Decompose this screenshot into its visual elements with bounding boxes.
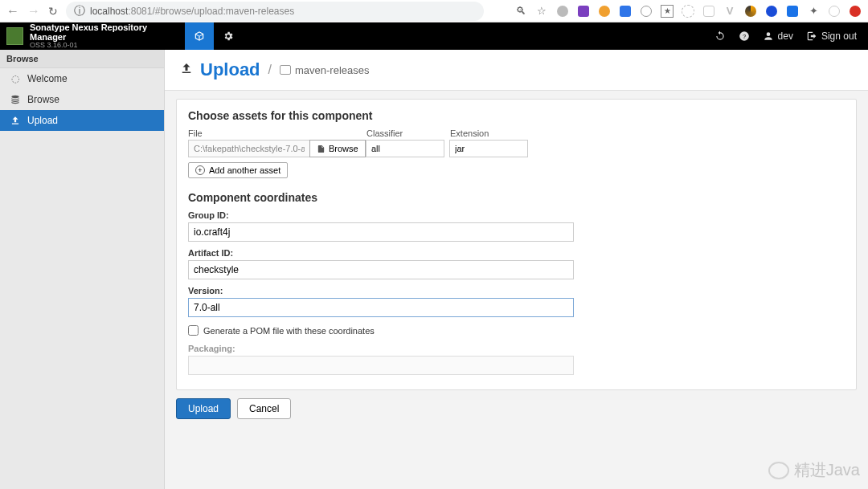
product-name: Sonatype Nexus Repository Manager xyxy=(30,22,178,42)
ext-icon[interactable] xyxy=(828,5,841,18)
cancel-button[interactable]: Cancel xyxy=(237,398,291,419)
ext-icon[interactable] xyxy=(786,5,799,18)
plus-icon: + xyxy=(195,165,205,175)
help-button[interactable]: ? xyxy=(739,31,750,42)
reload-icon[interactable]: ↻ xyxy=(48,5,58,18)
breadcrumb-repo: maven-releases xyxy=(280,64,370,76)
sidebar: Browse ◌ Welcome Browse Upload xyxy=(0,50,165,489)
ext-icon[interactable] xyxy=(556,5,569,18)
refresh-icon xyxy=(714,31,726,42)
column-file: File xyxy=(188,128,362,138)
repo-icon xyxy=(280,65,291,75)
signout-icon xyxy=(806,31,817,42)
upload-icon xyxy=(10,115,21,126)
ext-icon[interactable] xyxy=(765,5,778,18)
artifact-id-input[interactable] xyxy=(188,260,574,279)
database-icon xyxy=(10,94,21,105)
version-label: Version: xyxy=(188,286,845,295)
group-id-field: Group ID: xyxy=(188,210,845,242)
admin-mode-button[interactable] xyxy=(214,22,243,50)
coords-heading: Component coordinates xyxy=(188,191,845,204)
search-omnibox-icon[interactable]: 🔍︎ xyxy=(514,5,527,18)
ext-icon[interactable] xyxy=(619,5,632,18)
user-menu[interactable]: dev xyxy=(763,31,793,42)
version-input[interactable] xyxy=(188,298,574,317)
sidebar-item-welcome[interactable]: ◌ Welcome xyxy=(0,68,164,89)
brand: Sonatype Nexus Repository Manager OSS 3.… xyxy=(0,22,185,50)
url-text: localhost:8081/#browse/upload:maven-rele… xyxy=(90,6,294,17)
extension-input[interactable] xyxy=(449,140,528,157)
repo-name: maven-releases xyxy=(295,64,370,76)
ext-icon[interactable] xyxy=(640,5,653,18)
packaging-input xyxy=(188,356,574,375)
group-id-label: Group ID: xyxy=(188,210,845,220)
browse-button[interactable]: Browse xyxy=(309,140,366,157)
ext-icon[interactable] xyxy=(702,5,715,18)
add-asset-label: Add another asset xyxy=(209,165,280,175)
username: dev xyxy=(778,31,793,42)
sidebar-heading: Browse xyxy=(0,50,164,68)
signout-button[interactable]: Sign out xyxy=(806,31,857,42)
site-info-icon[interactable]: ⓘ xyxy=(74,4,85,18)
ext-icon[interactable] xyxy=(682,5,694,18)
add-asset-button[interactable]: + Add another asset xyxy=(188,162,288,178)
generate-pom-label: Generate a POM file with these coordinat… xyxy=(203,326,375,336)
generate-pom-checkbox[interactable] xyxy=(188,325,199,336)
page-title-bar: Upload / maven-releases xyxy=(165,50,868,91)
help-icon: ? xyxy=(739,31,750,42)
back-icon[interactable]: ← xyxy=(6,4,19,18)
breadcrumb-separator: / xyxy=(268,63,272,77)
brand-logo xyxy=(6,27,23,45)
ext-icon[interactable] xyxy=(598,5,611,18)
gear-icon xyxy=(223,31,234,42)
column-classifier: Classifier xyxy=(366,128,445,138)
upload-button[interactable]: Upload xyxy=(176,398,231,419)
chrome-toolbar-icons: 🔍︎ ☆ ★ V ✦ xyxy=(514,5,862,18)
file-picker: Browse xyxy=(188,140,361,157)
bookmark-star-icon[interactable]: ☆ xyxy=(535,5,548,18)
form-actions: Upload Cancel xyxy=(176,398,857,419)
app-header: Sonatype Nexus Repository Manager OSS 3.… xyxy=(0,22,868,50)
assets-heading: Choose assets for this component xyxy=(188,109,845,122)
file-path-display xyxy=(188,140,309,157)
welcome-icon: ◌ xyxy=(10,73,21,84)
artifact-id-label: Artifact ID: xyxy=(188,248,845,258)
browser-chrome: ← → ↻ ⓘ localhost:8081/#browse/upload:ma… xyxy=(0,0,868,22)
sidebar-item-browse[interactable]: Browse xyxy=(0,89,164,110)
column-extension: Extension xyxy=(450,128,529,138)
ext-icon[interactable] xyxy=(744,5,757,18)
upload-panel: Choose assets for this component File Cl… xyxy=(176,99,857,390)
extensions-puzzle-icon[interactable]: ✦ xyxy=(807,5,820,18)
browse-label: Browse xyxy=(329,144,358,153)
user-icon xyxy=(763,31,774,42)
version-field: Version: xyxy=(188,286,845,317)
sidebar-item-label: Welcome xyxy=(27,73,68,84)
classifier-input[interactable] xyxy=(366,140,444,157)
artifact-id-field: Artifact ID: xyxy=(188,248,845,279)
file-icon xyxy=(317,145,326,153)
asset-row: Browse xyxy=(188,140,845,157)
signout-label: Sign out xyxy=(821,31,857,42)
browse-mode-button[interactable] xyxy=(185,22,214,50)
main-content: Upload / maven-releases Choose assets fo… xyxy=(165,50,868,489)
ext-icon[interactable] xyxy=(577,5,590,18)
ext-icon[interactable] xyxy=(849,5,862,18)
forward-icon[interactable]: → xyxy=(27,4,40,18)
address-bar[interactable]: ⓘ localhost:8081/#browse/upload:maven-re… xyxy=(66,2,484,21)
packaging-label: Packaging: xyxy=(188,344,845,353)
svg-text:?: ? xyxy=(742,33,745,40)
generate-pom-row: Generate a POM file with these coordinat… xyxy=(188,325,845,336)
sidebar-item-label: Upload xyxy=(27,115,58,126)
group-id-input[interactable] xyxy=(188,222,574,242)
product-version: OSS 3.16.0-01 xyxy=(30,42,178,50)
sidebar-item-upload[interactable]: Upload xyxy=(0,110,164,131)
ext-icon[interactable]: ★ xyxy=(661,5,674,18)
refresh-button[interactable] xyxy=(714,31,726,42)
ext-icon[interactable]: V xyxy=(723,5,736,18)
upload-icon xyxy=(179,61,194,79)
sidebar-item-label: Browse xyxy=(27,94,59,105)
page-title: Upload xyxy=(200,59,260,80)
cube-icon xyxy=(194,31,205,42)
